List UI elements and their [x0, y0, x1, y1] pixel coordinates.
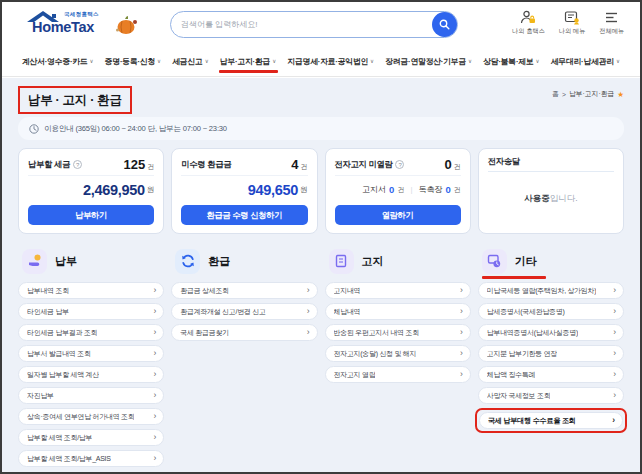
hamburger-icon	[604, 10, 620, 25]
enotice-detail: 고지서 0 건 | 독촉장 0 건	[335, 178, 461, 201]
nav-invoice-receipt-card[interactable]: 계산서·영수증·카드∨	[22, 56, 94, 67]
breadcrumb-current: 납부·고지·환급	[569, 89, 614, 99]
chevron-right-icon: ›	[460, 370, 463, 379]
menu-item[interactable]: 사망자 국세정보 조회›	[478, 387, 624, 404]
menu-item[interactable]: 환급금 상세조회›	[171, 282, 317, 299]
menu-item[interactable]: 납부내역증명서(납세사실증명)›	[478, 324, 624, 341]
menu-item[interactable]: 국세 환급금찾기›	[171, 324, 317, 341]
chevron-right-icon: ›	[153, 349, 156, 358]
breadcrumb-home[interactable]: 홈	[552, 89, 559, 99]
menu-item[interactable]: 전자고지 열람›	[325, 366, 471, 383]
hometax-logo[interactable]: 국세청홈택스 HomeTax	[26, 8, 166, 42]
card-title: 전자송달	[488, 156, 520, 167]
chevron-right-icon: ›	[153, 286, 156, 295]
card-unreceived-refund: 미수령 환급금 4 건 949,650 원 환급금 수령 신청하기	[171, 148, 317, 234]
chevron-down-icon: ∨	[536, 58, 540, 64]
column-title: 기타	[515, 254, 537, 269]
chevron-down-icon: ∨	[90, 58, 94, 64]
card-title: 전자고지 미열람	[335, 159, 393, 170]
chevron-right-icon: ›	[460, 349, 463, 358]
chevron-down-icon: ∨	[157, 58, 161, 64]
menu-item[interactable]: 전자고지(송달) 신청 및 해지›	[325, 345, 471, 362]
breadcrumb[interactable]: 홈 > 납부·고지·환급 ★	[552, 89, 624, 99]
menu-item[interactable]: 환급계좌개설 신고/변경 신고›	[171, 303, 317, 320]
chevron-right-icon: ›	[613, 391, 616, 400]
menu-item[interactable]: 타인세금 납부결과 조회›	[18, 324, 164, 341]
logo-subtitle: 국세청홈택스	[64, 11, 99, 18]
chevron-right-icon: ›	[153, 328, 156, 337]
quick-menu-label: 전체메뉴	[599, 27, 624, 36]
chevron-right-icon: ›	[307, 328, 310, 337]
nav-incentive-yearend[interactable]: 장려금·연말정산·기부금∨	[385, 56, 472, 67]
my-hometax-button[interactable]: 나의 홈택스	[512, 10, 545, 36]
card-amount-unit: 원	[300, 185, 308, 195]
chevron-down-icon: ∨	[370, 58, 374, 64]
menu-item[interactable]: 납부내역 조회›	[18, 282, 164, 299]
help-icon[interactable]: ?	[73, 160, 82, 169]
chevron-right-icon: ›	[460, 286, 463, 295]
card-edelivery: 전자송달 사용중 입니다.	[478, 148, 624, 234]
chevron-right-icon: ›	[613, 286, 616, 295]
menu-item[interactable]: 타인세금 납부›	[18, 303, 164, 320]
quick-menu-label: 나의 메뉴	[559, 27, 585, 36]
menu-item[interactable]: 일자별 납부할 세액 계산›	[18, 366, 164, 383]
card-count: 125	[124, 157, 146, 172]
edelivery-status: 사용중 입니다.	[488, 172, 614, 225]
nav-consult-report[interactable]: 상담·불복·제보∨	[483, 56, 539, 67]
menu-item[interactable]: 납부할 세액 조회/납부_ASIS›	[18, 450, 164, 467]
nav-certificate-register[interactable]: 증명·등록·신청∨	[105, 56, 161, 67]
search-input[interactable]	[171, 20, 457, 29]
hometax-page: 국세청홈택스 HomeTax	[0, 0, 642, 474]
menu-item[interactable]: 미납국세등 열람(주택임차, 상가임차)›	[478, 282, 624, 299]
chevron-down-icon: ∨	[468, 58, 472, 64]
my-menu-button[interactable]: 나의 메뉴	[559, 10, 585, 36]
pay-button[interactable]: 납부하기	[28, 205, 154, 225]
help-icon[interactable]: ?	[395, 160, 404, 169]
quick-menu-label: 나의 홈택스	[512, 27, 545, 36]
card-amount: 949,650	[248, 182, 298, 198]
menu-item[interactable]: 고지분 납부기한등 연장›	[478, 345, 624, 362]
menu-item[interactable]: 납부서 발급내역 조회›	[18, 345, 164, 362]
search-button[interactable]	[432, 12, 457, 37]
annotation-red-underline	[482, 276, 546, 280]
menu-item[interactable]: 체납내역›	[325, 303, 471, 320]
chevron-right-icon: ›	[612, 416, 615, 425]
chevron-down-icon: ∨	[272, 58, 276, 64]
header: 국세청홈택스 HomeTax	[2, 2, 640, 46]
refund-request-button[interactable]: 환급금 수령 신청하기	[181, 205, 307, 225]
notice-text: 이용안내 (365일) 06:00 ~ 24:00 단, 납부는 07:00 ~…	[44, 124, 227, 134]
service-hours-notice: 이용안내 (365일) 06:00 ~ 24:00 단, 납부는 07:00 ~…	[18, 117, 624, 140]
menu-item[interactable]: 납세증명서(국세완납증명)›	[478, 303, 624, 320]
menu-item[interactable]: 체납액 징수특례›	[478, 366, 624, 383]
hand-coin-icon	[22, 249, 47, 274]
nav-payment-notice-refund[interactable]: 납부·고지·환급∨	[220, 56, 276, 67]
circular-arrows-icon	[175, 249, 200, 274]
menu-item[interactable]: 반송된 우편고지서 내역 조회›	[325, 324, 471, 341]
nav-tax-agent[interactable]: 세무대리·납세관리∨	[551, 56, 620, 67]
menu-item[interactable]: 상속·증여세 연부연납 허가내역 조회›	[18, 408, 164, 425]
favorite-star-icon[interactable]: ★	[617, 90, 624, 99]
receipt-icon	[329, 249, 354, 274]
menu-item[interactable]: 고지내역›	[325, 282, 471, 299]
chevron-right-icon: ›	[613, 328, 616, 337]
view-notice-button[interactable]: 열람하기	[335, 205, 461, 225]
card-count-unit: 건	[147, 162, 154, 172]
search-bar[interactable]	[170, 11, 458, 38]
menu-item[interactable]: 자진납부›	[18, 387, 164, 404]
chevron-right-icon: ›	[460, 307, 463, 316]
card-tax-to-pay: 납부할 세금 ? 125 건 2,469,950 원 납부하기	[18, 148, 164, 234]
chevron-right-icon: ›	[153, 307, 156, 316]
menu-item[interactable]: 납부할 세액 조회/납부›	[18, 429, 164, 446]
card-title: 미수령 환급금	[181, 159, 231, 170]
column-title: 납부	[55, 254, 77, 269]
menu-item-highlighted[interactable]: 국세 납부대행 수수료율 조회›	[479, 412, 623, 429]
card-count-unit: 건	[454, 162, 461, 172]
pumpkin-icon	[114, 14, 140, 36]
nav-payment-statement[interactable]: 지급명세·자료·공익법인∨	[287, 56, 374, 67]
annotation-red-box: 국세 납부대행 수수료율 조회›	[475, 408, 627, 433]
nav-tax-return[interactable]: 세금신고∨	[172, 56, 208, 67]
person-lock-icon	[520, 10, 536, 25]
col-payment: 납부 납부내역 조회› 타인세금 납부› 타인세금 납부결과 조회› 납부서 발…	[18, 241, 164, 471]
full-menu-button[interactable]: 전체메뉴	[599, 10, 624, 36]
quick-menus: 나의 홈택스 나의 메뉴 전체메뉴	[512, 10, 624, 36]
